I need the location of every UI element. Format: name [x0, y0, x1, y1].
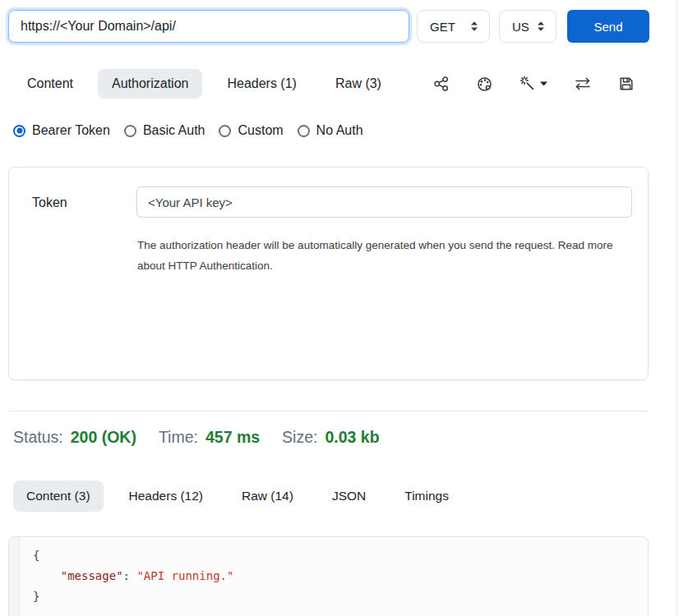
share-icon[interactable] — [433, 76, 450, 92]
status-value: 200 (OK) — [71, 428, 136, 447]
radio-label: Custom — [238, 123, 283, 138]
token-help-text: The authorization header will be automat… — [137, 235, 621, 276]
response-size: Size: 0.03 kb — [282, 428, 380, 447]
auth-type-options: Bearer Token Basic Auth Custom No Auth — [13, 123, 363, 138]
tab-authorization[interactable]: Authorization — [98, 69, 202, 99]
json-colon: : — [123, 569, 137, 582]
send-button[interactable]: Send — [567, 10, 649, 43]
tab-raw[interactable]: Raw (3) — [321, 69, 395, 99]
request-bar: GET US Send — [8, 10, 649, 43]
json-open-brace: { — [33, 549, 39, 562]
response-json-body: { "message": "API running." } — [9, 537, 648, 607]
time-value: 457 ms — [205, 428, 260, 447]
resp-tab-headers[interactable]: Headers (12) — [116, 480, 216, 512]
radio-label: No Auth — [316, 123, 363, 138]
tab-content[interactable]: Content — [13, 69, 87, 99]
tab-headers[interactable]: Headers (1) — [213, 69, 310, 99]
size-value: 0.03 kb — [325, 428, 379, 447]
code-gutter — [9, 537, 20, 616]
palette-icon[interactable] — [476, 76, 493, 93]
radio-no-auth[interactable]: No Auth — [298, 123, 363, 138]
json-close-brace: } — [33, 590, 39, 603]
radio-bearer-token[interactable]: Bearer Token — [13, 123, 110, 138]
json-value-message: "API running." — [136, 569, 233, 582]
request-tabs-row: Content Authorization Headers (1) Raw (3… — [13, 68, 644, 99]
resp-tab-raw[interactable]: Raw (14) — [229, 480, 307, 512]
radio-label: Bearer Token — [32, 123, 110, 138]
updown-arrows-icon — [536, 21, 546, 32]
page-right-border — [676, 0, 677, 616]
updown-arrows-icon — [469, 21, 479, 32]
radio-basic-auth[interactable]: Basic Auth — [124, 123, 205, 138]
radio-circle — [124, 125, 136, 137]
url-input[interactable] — [8, 10, 409, 43]
json-key-message: "message" — [61, 569, 123, 582]
method-select-value: GET — [430, 20, 455, 34]
token-label: Token — [32, 195, 67, 210]
region-select[interactable]: US — [499, 10, 556, 43]
radio-circle-checked — [13, 125, 25, 137]
resp-tab-timings[interactable]: Timings — [391, 480, 462, 512]
magic-wand-dropdown[interactable] — [519, 76, 547, 92]
radio-circle — [298, 125, 310, 137]
json-indent — [33, 569, 61, 582]
radio-custom[interactable]: Custom — [219, 123, 283, 138]
response-status-bar: Status: 200 (OK) Time: 457 ms Size: 0.03… — [13, 428, 402, 447]
save-icon[interactable] — [618, 76, 635, 92]
token-input[interactable] — [136, 186, 632, 218]
caret-down-icon — [540, 81, 547, 86]
response-tabs-row: Content (3) Headers (12) Raw (14) JSON T… — [13, 480, 462, 512]
swap-arrows-icon[interactable] — [574, 76, 592, 92]
resp-tab-content[interactable]: Content (3) — [13, 480, 104, 512]
resp-tab-json[interactable]: JSON — [319, 480, 379, 512]
request-toolbar — [433, 76, 635, 93]
radio-circle — [219, 125, 231, 137]
section-divider — [8, 411, 649, 411]
response-body-panel[interactable]: { "message": "API running." } — [8, 536, 649, 616]
status-code: Status: 200 (OK) — [13, 428, 136, 447]
size-label: Size: — [282, 428, 317, 447]
api-client-app: GET US Send Content Authorization Header… — [0, 0, 688, 616]
radio-label: Basic Auth — [143, 123, 205, 138]
response-time: Time: 457 ms — [159, 428, 260, 447]
method-select[interactable]: GET — [417, 10, 490, 43]
status-label: Status: — [13, 428, 63, 447]
region-select-value: US — [512, 20, 529, 34]
time-label: Time: — [159, 428, 198, 447]
bearer-token-panel: Token The authorization header will be a… — [8, 167, 649, 380]
